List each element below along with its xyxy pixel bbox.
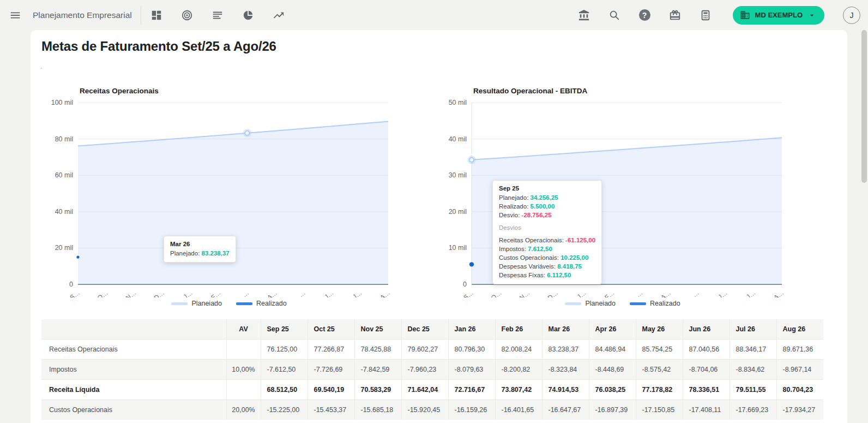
cell-value: -17.408,11: [683, 400, 730, 420]
column-header: [41, 319, 226, 339]
dashboard-nav-button[interactable]: [149, 8, 164, 23]
cell-value: 78.425,88: [354, 339, 401, 359]
table-row[interactable]: Custos Operacionais20,00%-15.225,00-15.4…: [41, 400, 823, 420]
cell-value: 82.008,24: [495, 339, 542, 359]
company-selector-button[interactable]: MD EXEMPLO: [733, 6, 824, 25]
trends-nav-button[interactable]: [271, 8, 286, 23]
cell-value: 68.512,50: [261, 379, 308, 400]
legend-label: Planeiado: [191, 300, 222, 307]
topbar-divider: [141, 6, 141, 25]
cell-value: 88.346,17: [730, 339, 776, 359]
help-button[interactable]: ?: [637, 8, 652, 22]
cell-value: 76.038,25: [589, 379, 636, 400]
tooltip-line: Despesas Variáveis: 8.418,75: [499, 263, 595, 271]
column-header: Aug 26: [776, 319, 823, 339]
svg-text:40 mil: 40 mil: [55, 208, 73, 216]
cell-value: 73.807,42: [495, 379, 542, 400]
svg-text:…: …: [298, 289, 306, 297]
bank-button[interactable]: [576, 8, 592, 23]
calculator-button[interactable]: [698, 8, 713, 23]
cell-value: -17.669,23: [730, 400, 776, 420]
svg-text:80 mil: 80 mil: [55, 135, 73, 143]
svg-text:D…: D…: [546, 289, 559, 297]
cell-value: -8.079,63: [448, 359, 495, 379]
svg-text:30 mil: 30 mil: [449, 171, 467, 179]
tooltip-lines: Planejado: 34.256,25Realizado: 5.500,00D…: [499, 194, 595, 220]
svg-text:20 mil: 20 mil: [449, 208, 467, 216]
avatar[interactable]: J: [843, 7, 860, 24]
legend-item-realizado[interactable]: Realizado: [630, 300, 680, 307]
chart-legend: Planeiado Realizado: [49, 300, 409, 307]
cell-value: -15.225,00: [261, 400, 308, 420]
cell-value: 70.583,29: [354, 379, 401, 400]
help-icon: ?: [639, 9, 650, 21]
chevron-down-icon: [807, 11, 816, 20]
svg-text:S…: S…: [462, 289, 474, 297]
legend-label: Planeiado: [585, 300, 616, 307]
tooltip-section-label: Desvios: [499, 224, 595, 233]
receitas-area-chart[interactable]: 100 mil80 mil60 mil40 mil20 mil0S…O…N…D……: [49, 85, 409, 297]
cell-value: -15.453,37: [308, 400, 354, 420]
svg-text:…: …: [691, 289, 700, 297]
svg-text:J…: J…: [182, 289, 194, 297]
tooltip-title: Mar 26: [170, 240, 230, 249]
table-header-row: AVSep 25Oct 25Nov 25Dec 25Jan 26Feb 26Ma…: [41, 319, 823, 339]
table-row[interactable]: Impostos10,00%-7.612,50-7.726,69-7.842,5…: [41, 359, 823, 379]
cell-value: -8.575,42: [636, 359, 683, 379]
svg-text:A…: A…: [773, 289, 785, 297]
cell-value: 79.511,55: [730, 379, 776, 400]
legend-item-planejado[interactable]: Planeiado: [565, 300, 616, 307]
cell-value: 83.238,37: [542, 339, 589, 359]
table-row[interactable]: Receitas Operacionais76.125,0077.266,877…: [41, 339, 823, 359]
svg-text:J…: J…: [745, 289, 757, 297]
scrollbar-thumb[interactable]: [861, 30, 867, 183]
cell-value: 85.754,25: [636, 339, 683, 359]
row-av-value: 10,00%: [226, 359, 261, 379]
company-selector-label: MD EXEMPLO: [755, 11, 803, 19]
goals-nav-button[interactable]: [179, 8, 195, 23]
svg-text:20 mil: 20 mil: [55, 244, 73, 252]
menu-button[interactable]: [8, 8, 23, 23]
cell-value: -15.685,18: [354, 400, 401, 420]
cell-value: -16.647,67: [542, 400, 589, 420]
cell-value: -8.834,62: [730, 359, 776, 379]
gift-button[interactable]: [667, 8, 683, 23]
content-card: Metas de Faturamento Set/25 a Ago/26 . R…: [31, 30, 847, 423]
cell-value: -7.960,23: [401, 359, 448, 379]
table-row[interactable]: Receita Líquida68.512,5069.540,1970.583,…: [41, 379, 823, 400]
column-header: Nov 25: [354, 319, 401, 339]
column-header: Jun 26: [683, 319, 730, 339]
gift-icon: [669, 9, 681, 21]
cell-value: 71.642,04: [401, 379, 448, 400]
cell-value: -16.897,39: [589, 400, 636, 420]
svg-text:J…: J…: [323, 289, 335, 297]
search-icon: [608, 9, 620, 21]
reports-nav-button[interactable]: [240, 8, 256, 23]
svg-text:A…: A…: [660, 289, 672, 297]
tooltip-line: Impostos: 7.612,50: [499, 245, 595, 254]
svg-text:S…: S…: [69, 289, 81, 297]
cell-value: 69.540,19: [308, 379, 354, 400]
list-nav-button[interactable]: [210, 8, 225, 23]
row-av-value: [226, 379, 261, 400]
stray-dot: .: [40, 63, 42, 70]
svg-text:D…: D…: [153, 289, 165, 297]
legend-item-realizado[interactable]: Realizado: [236, 300, 287, 307]
dashboard-icon: [150, 9, 162, 21]
cell-value: -8.704,06: [683, 359, 730, 379]
app-window: Planejamento Empresarial: [0, 0, 868, 423]
topbar-actions: ? MD EXEMPLO J: [576, 6, 860, 25]
tooltip-line: Receitas Operacionais: -61.125,00: [499, 236, 595, 245]
bank-icon: [578, 9, 590, 21]
column-header: Jan 26: [448, 319, 495, 339]
page-title: Metas de Faturamento Set/25 a Ago/26: [41, 39, 276, 54]
list-icon: [212, 9, 224, 21]
chart-legend: Planeiado Realizado: [443, 300, 803, 307]
svg-text:F…: F…: [210, 289, 222, 297]
cell-value: 77.178,82: [636, 379, 683, 400]
cell-value: -17.150,85: [636, 400, 683, 420]
cell-value: 74.914,53: [542, 379, 589, 400]
row-av-value: 20,00%: [226, 400, 261, 420]
legend-item-planejado[interactable]: Planeiado: [171, 300, 222, 307]
search-button[interactable]: [607, 8, 622, 23]
